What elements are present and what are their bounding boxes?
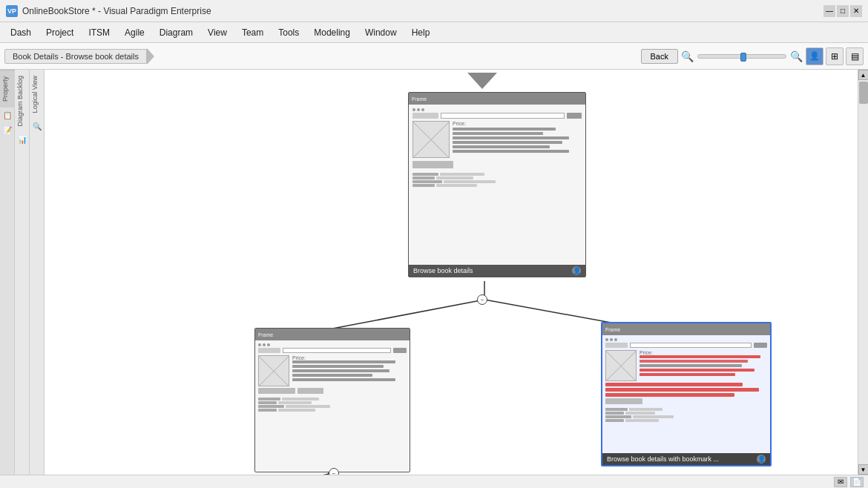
bl-value1 bbox=[282, 398, 319, 400]
window-controls[interactable]: — □ ✕ bbox=[823, 5, 862, 17]
bl-info-row-1 bbox=[258, 398, 407, 400]
toolbar-icon-panel[interactable]: ▤ bbox=[846, 47, 864, 65]
bl-book-img bbox=[258, 355, 289, 386]
br-info-row-3 bbox=[605, 415, 767, 418]
menu-project[interactable]: Project bbox=[39, 24, 81, 41]
backlog-panel: Diagram Backlog 📊 bbox=[15, 70, 30, 475]
scroll-down-button[interactable]: ▼ bbox=[858, 464, 869, 475]
back-button[interactable]: Back bbox=[641, 49, 678, 64]
backlog-icon[interactable]: 📊 bbox=[17, 135, 27, 145]
info-row-3 bbox=[412, 180, 582, 183]
zoom-out-icon[interactable]: 🔍 bbox=[681, 50, 694, 62]
toolbar-icon-grid[interactable]: ⊞ bbox=[826, 47, 844, 65]
menu-team[interactable]: Team bbox=[234, 24, 271, 41]
br-info bbox=[605, 408, 767, 422]
menu-bar: Dash Project ITSM Agile Diagram View Tea… bbox=[0, 22, 868, 43]
add-btn bbox=[412, 161, 453, 168]
close-button[interactable]: ✕ bbox=[850, 5, 862, 17]
bl-label1 bbox=[258, 398, 280, 400]
menu-diagram[interactable]: Diagram bbox=[152, 24, 200, 41]
menu-agile[interactable]: Agile bbox=[117, 24, 152, 41]
br-red-3 bbox=[605, 393, 734, 397]
top-frame-browser-dots bbox=[412, 108, 582, 111]
bl-text-1 bbox=[292, 360, 395, 363]
zoom-bar: 🔍 🔍 bbox=[681, 50, 803, 62]
zoom-thumb[interactable] bbox=[740, 53, 746, 62]
value2 bbox=[436, 177, 473, 179]
canvas-area[interactable]: Frame Price: bbox=[45, 70, 858, 475]
br-info-row-2 bbox=[605, 412, 767, 415]
bl-label3 bbox=[258, 405, 284, 408]
top-text-4 bbox=[453, 141, 562, 144]
top-frame-label-text: Browse book details bbox=[413, 267, 473, 274]
bl-text-4 bbox=[292, 374, 372, 377]
zoom-in-icon[interactable]: 🔍 bbox=[790, 50, 803, 62]
logical-view-icon[interactable]: 🔍 bbox=[32, 121, 42, 131]
br-book-img bbox=[605, 350, 637, 381]
bl-content: Price: bbox=[258, 355, 407, 386]
menu-tools[interactable]: Tools bbox=[271, 24, 306, 41]
br-value4 bbox=[625, 419, 659, 422]
logical-view-tab[interactable]: Logical View bbox=[30, 70, 45, 119]
menu-window[interactable]: Window bbox=[358, 24, 404, 41]
menu-modeling[interactable]: Modeling bbox=[306, 24, 358, 41]
property-tab[interactable]: Property bbox=[0, 70, 15, 108]
top-frame-header: Frame bbox=[409, 93, 585, 105]
top-text-6 bbox=[453, 150, 569, 153]
dot3 bbox=[421, 108, 424, 111]
br-search-field bbox=[630, 343, 752, 348]
search-btn bbox=[567, 113, 582, 119]
property-icon-1[interactable]: 📋 bbox=[2, 110, 13, 120]
br-text-5 bbox=[640, 373, 735, 376]
br-frame-body: Price: bbox=[602, 335, 770, 426]
br-value2 bbox=[625, 412, 655, 415]
menu-itsm[interactable]: ITSM bbox=[81, 24, 117, 41]
br-right-content: Price: bbox=[640, 350, 767, 381]
br-logo bbox=[605, 343, 628, 348]
file-icon[interactable]: 📄 bbox=[850, 477, 864, 487]
collapse-top-button[interactable] bbox=[467, 73, 497, 89]
menu-dash[interactable]: Dash bbox=[3, 24, 39, 41]
email-icon[interactable]: ✉ bbox=[834, 477, 847, 487]
menu-help[interactable]: Help bbox=[404, 24, 438, 41]
br-label4 bbox=[605, 419, 624, 422]
zoom-slider[interactable] bbox=[697, 54, 786, 59]
top-frame-search bbox=[412, 113, 582, 119]
bl-info-row-4 bbox=[258, 409, 407, 412]
maximize-button[interactable]: □ bbox=[837, 5, 849, 17]
scroll-thumb[interactable] bbox=[859, 82, 868, 104]
bl-label2 bbox=[258, 401, 277, 404]
br-browser-dots bbox=[605, 338, 767, 341]
property-panel: Property 📋 📝 bbox=[0, 70, 15, 475]
top-book-image bbox=[412, 121, 450, 158]
bl-text-2 bbox=[292, 365, 384, 368]
br-label1 bbox=[605, 408, 628, 411]
top-info bbox=[412, 173, 582, 187]
br-content: Price: bbox=[605, 350, 767, 381]
property-icon-2[interactable]: 📝 bbox=[2, 125, 13, 135]
diagram-backlog-tab[interactable]: Diagram Backlog bbox=[15, 70, 30, 133]
br-dot2 bbox=[610, 338, 613, 341]
menu-view[interactable]: View bbox=[200, 24, 234, 41]
right-scrollbar[interactable]: ▲ ▼ bbox=[858, 70, 868, 475]
bl-text-5 bbox=[292, 378, 395, 381]
br-value3 bbox=[633, 415, 674, 418]
bl-search bbox=[258, 348, 407, 353]
search-field bbox=[441, 113, 565, 119]
br-text-3 bbox=[640, 364, 742, 367]
svg-line-5 bbox=[329, 474, 425, 475]
top-frame-body: Price: bbox=[409, 105, 585, 191]
info-row-2 bbox=[412, 177, 582, 179]
top-text-1 bbox=[453, 128, 556, 131]
scroll-up-button[interactable]: ▲ bbox=[858, 70, 869, 80]
bottom-left-wireframe-frame: Frame Price: bbox=[254, 328, 410, 472]
top-frame-content: Price: bbox=[412, 121, 582, 158]
toolbar-icon-user[interactable]: 👤 bbox=[806, 47, 823, 65]
bl-label4 bbox=[258, 409, 277, 412]
bl-value3 bbox=[286, 405, 330, 408]
minimize-button[interactable]: — bbox=[823, 5, 835, 17]
svg-line-4 bbox=[247, 474, 329, 475]
br-red-block bbox=[605, 383, 767, 397]
toolbar: Book Details - Browse book details Back … bbox=[0, 43, 868, 70]
br-price-label: Price: bbox=[640, 350, 767, 355]
